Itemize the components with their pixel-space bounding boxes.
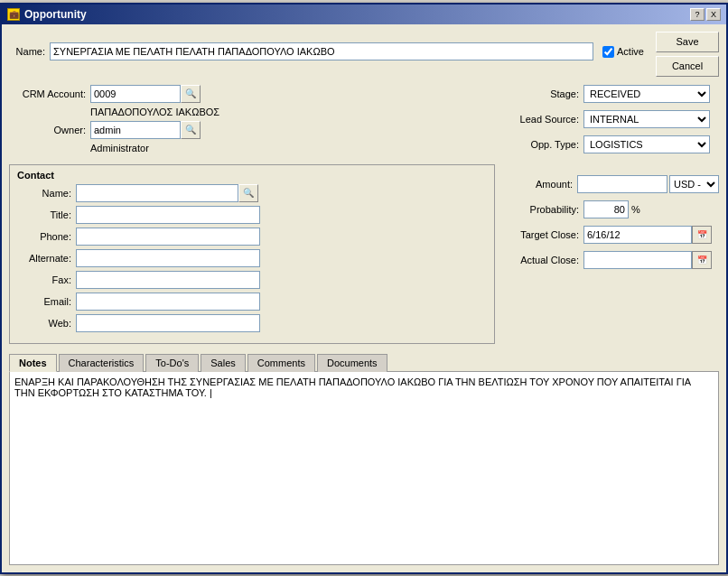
contact-name-wrap: 🔍	[76, 184, 258, 202]
lead-source-select[interactable]: INTERNAL EXTERNAL	[583, 110, 710, 128]
contact-alternate-row: Alternate:	[17, 249, 487, 267]
probability-input[interactable]	[583, 200, 629, 218]
contact-phone-row: Phone:	[17, 228, 487, 246]
contact-name-label: Name:	[17, 188, 76, 199]
name-label: Name:	[9, 46, 45, 57]
close-button[interactable]: X	[706, 8, 721, 21]
contact-fax-label: Fax:	[17, 274, 76, 285]
tab-todos[interactable]: To-Do's	[145, 354, 199, 372]
contact-title-label: Title:	[17, 209, 76, 220]
crm-account-input[interactable]	[90, 85, 181, 103]
tab-characteristics[interactable]: Characteristics	[59, 354, 145, 372]
contact-alternate-label: Alternate:	[17, 253, 76, 264]
contact-group-label: Contact	[17, 170, 487, 181]
save-cancel-buttons: Save Cancel	[656, 32, 719, 77]
actual-close-label: Actual Close:	[502, 255, 583, 265]
probability-label: Probability:	[502, 204, 583, 215]
amount-input[interactable]	[577, 175, 667, 193]
active-label: Active	[617, 46, 644, 57]
percent-label: %	[631, 204, 640, 215]
notes-textarea[interactable]: ΕΝΑΡΞΗ ΚΑΙ ΠΑΡΑΚΟΛΟΥΘΗΣΗ ΤΗΣ ΣΥΝΕΡΓΑΣΙΑΣ…	[14, 376, 714, 560]
target-close-calendar-button[interactable]: 📅	[692, 226, 712, 244]
crm-account-search-button[interactable]: 🔍	[181, 85, 201, 103]
target-close-row: Target Close: 📅	[502, 226, 719, 244]
contact-phone-input[interactable]	[76, 228, 260, 246]
amount-row: Amount: USD - $ EUR - €	[502, 175, 719, 193]
cancel-button[interactable]: Cancel	[656, 56, 719, 77]
save-button[interactable]: Save	[656, 32, 719, 52]
window-icon: 💼	[7, 8, 20, 21]
contact-fax-input[interactable]	[76, 271, 260, 289]
contact-email-row: Email:	[17, 293, 487, 311]
active-check: Active	[602, 46, 644, 58]
opp-type-row: Opp. Type: LOGISTICS SALES	[502, 135, 719, 153]
contact-title-input[interactable]	[76, 206, 260, 224]
crm-account-input-wrap: 🔍	[90, 85, 201, 103]
contact-web-row: Web:	[17, 314, 487, 332]
opp-type-select[interactable]: LOGISTICS SALES	[583, 135, 710, 153]
tabs-bar: Notes Characteristics To-Do's Sales Comm…	[9, 353, 719, 372]
active-checkbox[interactable]	[602, 46, 614, 58]
contact-email-input[interactable]	[76, 293, 260, 311]
tab-comments[interactable]: Comments	[247, 354, 315, 372]
contact-phone-label: Phone:	[17, 231, 76, 242]
actual-close-row: Actual Close: 📅	[502, 251, 719, 269]
target-close-label: Target Close:	[502, 229, 583, 240]
stage-row: Stage: RECEIVED OPEN CLOSED	[502, 85, 719, 103]
contact-web-input[interactable]	[76, 314, 260, 332]
title-bar-left: 💼 Opportunity	[7, 8, 87, 21]
contact-title-row: Title:	[17, 206, 487, 224]
tab-content-notes: ΕΝΑΡΞΗ ΚΑΙ ΠΑΡΑΚΟΛΟΥΘΗΣΗ ΤΗΣ ΣΥΝΕΡΓΑΣΙΑΣ…	[9, 371, 719, 565]
tabs-section: Notes Characteristics To-Do's Sales Comm…	[9, 353, 719, 565]
help-button[interactable]: ?	[690, 8, 705, 21]
contact-fax-row: Fax:	[17, 271, 487, 289]
contact-alternate-input[interactable]	[76, 249, 260, 267]
title-bar: 💼 Opportunity ? X	[2, 5, 726, 24]
opportunity-window: 💼 Opportunity ? X Name: Active Save Canc…	[0, 3, 728, 574]
tab-notes[interactable]: Notes	[9, 354, 57, 372]
crm-account-label: CRM Account:	[9, 88, 90, 99]
actual-close-calendar-button[interactable]: 📅	[692, 251, 712, 269]
owner-label: Owner:	[9, 125, 90, 135]
contact-web-label: Web:	[17, 318, 76, 329]
stage-label: Stage:	[502, 88, 583, 99]
contact-email-label: Email:	[17, 296, 76, 307]
crm-account-name: ΠΑΠΑΔΟΠΟΥΛΟΣ ΙΑΚΩΒΟΣ	[90, 107, 219, 117]
lead-source-label: Lead Source:	[502, 114, 583, 125]
crm-account-name-row: ΠΑΠΑΔΟΠΟΥΛΟΣ ΙΑΚΩΒΟΣ	[9, 107, 495, 117]
probability-row: Probability: %	[502, 200, 719, 218]
contact-name-search-button[interactable]: 🔍	[238, 184, 258, 202]
actual-close-input[interactable]	[583, 251, 692, 269]
owner-input[interactable]	[90, 121, 181, 139]
tab-sales[interactable]: Sales	[201, 354, 246, 372]
contact-name-row: Name: 🔍	[17, 184, 487, 202]
owner-name: Administrator	[90, 143, 149, 153]
title-buttons: ? X	[690, 8, 721, 21]
owner-input-wrap: 🔍	[90, 121, 201, 139]
contact-name-input[interactable]	[76, 184, 238, 202]
lead-source-row: Lead Source: INTERNAL EXTERNAL	[502, 110, 719, 128]
owner-search-button[interactable]: 🔍	[181, 121, 201, 139]
target-close-input[interactable]	[583, 226, 692, 244]
window-title: Opportunity	[24, 8, 87, 21]
crm-account-row: CRM Account: 🔍	[9, 85, 495, 103]
owner-name-row: Administrator	[9, 143, 495, 153]
stage-select[interactable]: RECEIVED OPEN CLOSED	[583, 85, 710, 103]
window-body: Name: Active Save Cancel CRM Account:	[2, 24, 726, 572]
amount-label: Amount:	[502, 179, 577, 190]
tab-documents[interactable]: Documents	[317, 354, 387, 372]
contact-group: Contact Name: 🔍 Title: Phone:	[9, 164, 495, 344]
opp-type-label: Opp. Type:	[502, 139, 583, 150]
owner-row: Owner: 🔍	[9, 121, 495, 139]
currency-select[interactable]: USD - $ EUR - €	[669, 175, 719, 193]
name-input[interactable]	[50, 42, 593, 60]
